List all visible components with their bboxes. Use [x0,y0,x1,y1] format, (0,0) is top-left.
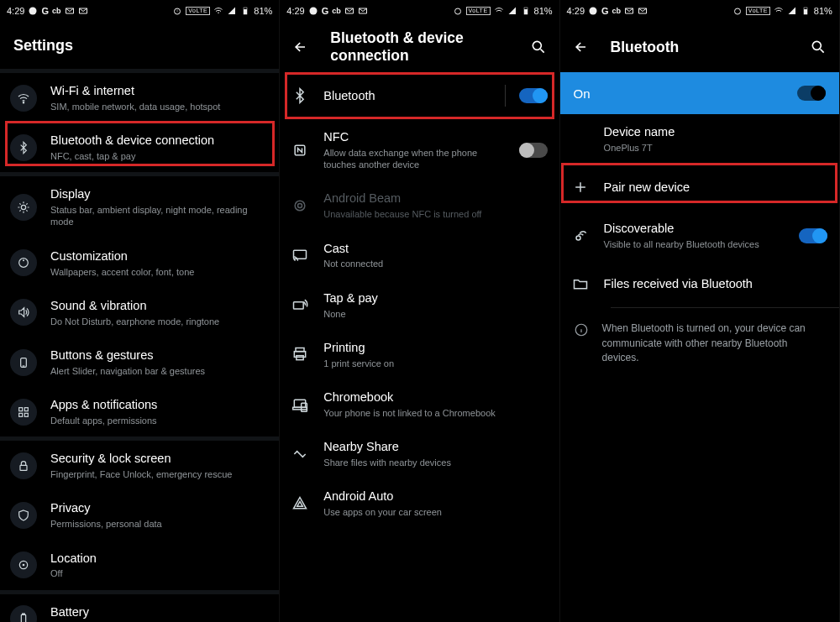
row-sound[interactable]: Sound & vibrationDo Not Disturb, earphon… [0,288,279,337]
row-label: Printing [323,340,547,356]
row-security[interactable]: Security & lock screenFingerprint, Face … [0,441,279,490]
wifi-icon [10,85,37,112]
lock-icon [10,452,37,479]
cb-icon: cb [612,7,622,15]
row-location[interactable]: LocationOff [0,541,279,590]
row-sub: Share files with nearby devices [323,457,547,468]
search-button[interactable] [529,38,548,56]
battery-icon [801,6,811,16]
svg-rect-26 [294,302,304,309]
svg-point-19 [454,8,460,14]
row-label: Tap & pay [323,290,547,306]
signal-icon [507,6,517,16]
row-privacy[interactable]: PrivacyPermissions, personal data [0,490,279,540]
bluetooth-on-bar[interactable]: On [560,72,839,114]
svg-rect-31 [293,407,307,410]
battery-text: 81% [814,6,832,16]
display-icon [10,194,37,221]
row-device-name[interactable]: Device nameOnePlus 7T [560,114,839,164]
row-sub: Use apps on your car screen [323,506,547,518]
header-title: Bluetooth & device connection [330,29,508,65]
row-buttons[interactable]: Buttons & gesturesAlert Slider, navigati… [0,337,279,387]
signal-icon [227,6,237,16]
row-bluetooth-conn[interactable]: Bluetooth & device connectionNFC, cast, … [0,123,279,172]
row-sub: NFC, cast, tap & pay [50,150,267,162]
location-icon [10,551,37,578]
bluetooth-toggle[interactable] [519,88,548,103]
battery-icon [521,6,531,16]
row-sub: Not connected [323,258,547,269]
row-files-received[interactable]: Files received via Bluetooth [560,260,839,307]
row-sub: OnePlus 7T [604,142,827,154]
wifi-icon [774,6,784,16]
alarm-icon [453,6,463,16]
svg-rect-11 [19,413,23,416]
svg-rect-16 [21,615,25,622]
row-pair-new[interactable]: Pair new device [560,164,839,211]
panel-settings: 4:29 G cb VoLTE 81% Settings Wi-Fi & int… [0,0,280,622]
row-label: Sound & vibration [50,298,267,314]
row-sub: Alert Slider, navigation bar & gestures [50,365,267,377]
nfc-toggle[interactable] [519,143,548,158]
auto-icon [290,494,310,514]
signal-icon [787,6,797,16]
row-label: Android Beam [323,191,547,206]
row-wifi[interactable]: Wi-Fi & internetSIM, mobile network, dat… [0,73,279,123]
row-label: Bluetooth [323,88,491,104]
row-sub: Fingerprint, Face Unlock, emergency resc… [50,468,267,480]
row-sub: Default apps, permissions [50,415,267,426]
svg-rect-29 [297,356,303,360]
gmail-icon [624,6,634,16]
row-label: Pair new device [604,180,827,196]
back-button[interactable] [572,38,591,56]
back-button[interactable] [291,38,310,56]
svg-point-6 [19,259,29,268]
info-icon [574,322,589,337]
bt-conn-list: Bluetooth NFCAllow data exchange when th… [280,72,559,528]
row-label: Buttons & gestures [50,348,267,363]
whatsapp-icon [28,6,38,16]
settings-header: Settings [0,22,279,69]
print-icon [290,344,310,364]
svg-rect-36 [804,9,807,14]
settings-list: Wi-Fi & internetSIM, mobile network, dat… [0,73,279,622]
row-sub: 1 print service on [323,358,547,369]
row-android-beam: Android BeamUnavailable because NFC is t… [280,180,559,230]
plus-icon [570,177,591,197]
row-chromebook[interactable]: ChromebookYour phone is not linked to a … [280,379,559,429]
row-sub: Status bar, ambient display, night mode,… [50,204,267,228]
row-discoverable[interactable]: DiscoverableVisible to all nearby Blueto… [560,211,839,260]
row-display[interactable]: DisplayStatus bar, ambient display, nigh… [0,176,279,238]
row-label: Apps & notifications [50,397,267,413]
row-battery[interactable]: Battery81% - Should last until about 1:4… [0,594,279,622]
row-apps[interactable]: Apps & notificationsDefault apps, permis… [0,387,279,436]
gmail-icon-2 [358,6,368,16]
status-bar: 4:29 G cb VoLTE 81% [560,0,839,22]
cb-icon: cb [332,7,341,15]
bluetooth-master-toggle[interactable] [797,86,826,101]
row-nearby-share[interactable]: Nearby ShareShare files with nearby devi… [280,429,559,478]
row-sub: Do Not Disturb, earphone mode, ringtone [50,316,267,327]
row-tap-pay[interactable]: Tap & payNone [280,280,559,330]
svg-rect-17 [23,614,25,614]
svg-rect-13 [20,465,27,470]
header: Bluetooth [560,22,839,72]
row-android-auto[interactable]: Android AutoUse apps on your car screen [280,478,559,528]
row-sub: Permissions, personal data [50,518,267,530]
search-button[interactable] [809,38,827,56]
svg-point-38 [576,236,580,240]
gmail-icon-2 [78,6,88,16]
row-label: Privacy [50,500,267,516]
row-bluetooth[interactable]: Bluetooth [280,72,559,119]
customize-icon [10,249,37,276]
row-nfc[interactable]: NFCAllow data exchange when the phone to… [280,119,559,180]
folder-icon [570,274,591,294]
settings-title: Settings [12,37,267,55]
svg-rect-9 [19,407,23,410]
row-customization[interactable]: CustomizationWallpapers, accent color, f… [0,238,279,288]
svg-point-0 [29,8,37,15]
panel-bt-connection: 4:29 G cb VoLTE 81% Bluetooth & device c… [280,0,559,622]
discoverable-toggle[interactable] [799,228,827,243]
row-printing[interactable]: Printing1 print service on [280,330,559,379]
row-cast[interactable]: CastNot connected [280,231,559,280]
